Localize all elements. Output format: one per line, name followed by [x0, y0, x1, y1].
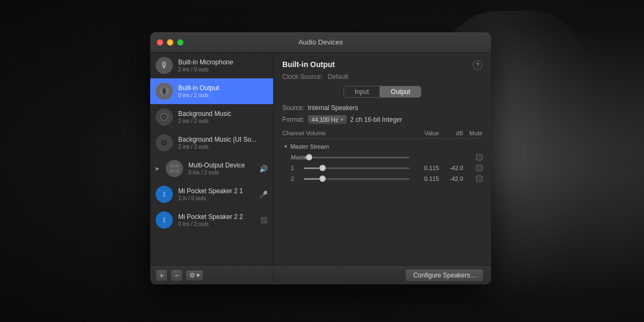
format-desc: 2 ch 16-bit Integer: [350, 116, 402, 123]
channel-mute-master: [463, 154, 482, 160]
device-info: Background Music (UI So... 2 ins / 2 out…: [178, 136, 268, 150]
multi-output-icon: [166, 160, 183, 177]
channel-slider-2[interactable]: [304, 175, 409, 182]
help-button[interactable]: ?: [473, 60, 482, 70]
input-output-tabs: Input Output: [282, 86, 482, 98]
gear-menu-button[interactable]: ⚙ ▾: [186, 270, 203, 281]
window-toolbar: + − ⚙ ▾ Configure Speakers...: [150, 265, 491, 284]
bluetooth-icon-1: ᛒ: [156, 186, 173, 203]
close-button[interactable]: [157, 39, 163, 46]
col-header-mute: Mute: [463, 130, 482, 136]
sidebar-item-multi-output[interactable]: ▶ Multi-Output Device 0 ins / 2 outs 🔊: [150, 156, 273, 181]
device-io: 0 ins / 2 outs: [178, 221, 255, 227]
svg-rect-12: [175, 169, 179, 173]
mic-icon: 🎙: [156, 57, 173, 74]
device-name: Built-in Microphone: [178, 58, 268, 66]
add-device-button[interactable]: +: [156, 269, 167, 281]
channel-slider-1[interactable]: [304, 164, 409, 172]
svg-point-2: [163, 89, 165, 94]
col-header-value: Value: [409, 130, 439, 136]
dropdown-arrow-icon: ▾: [341, 117, 343, 122]
title-bar: Audio Devices: [150, 32, 491, 53]
device-name: Built-in Output: [178, 84, 268, 92]
tab-input[interactable]: Input: [344, 86, 380, 97]
device-info: Mi Pocket Speaker 2 2 0 ins / 2 outs: [178, 213, 255, 227]
sidebar-item-pocket-speaker-1[interactable]: ᛒ Mi Pocket Speaker 2 1 1 in / 0 outs 🎤: [150, 181, 273, 207]
channel-value-2: 0.115: [409, 175, 439, 182]
channel-db-1: -42.0: [439, 165, 463, 171]
window-title: Audio Devices: [298, 38, 343, 46]
svg-point-8: [163, 142, 165, 144]
detail-title: Built-in Output: [282, 60, 335, 69]
audio-devices-window: Audio Devices 🎙 Built-in Microphone 2 in…: [150, 32, 491, 284]
sidebar-item-bg-music-ui[interactable]: Background Music (UI So... 2 ins / 2 out…: [150, 130, 273, 156]
sidebar-item-pocket-speaker-2[interactable]: ᛒ Mi Pocket Speaker 2 2 0 ins / 2 outs ⬛: [150, 207, 273, 233]
mute-checkbox-2[interactable]: [476, 175, 482, 182]
slider-track: [304, 157, 409, 158]
device-io: 0 ins / 2 outs: [178, 92, 268, 98]
svg-text:ᛒ: ᛒ: [163, 217, 166, 223]
format-value: 44,100 Hz: [311, 116, 338, 123]
master-slider[interactable]: [304, 153, 409, 161]
svg-text:ᛒ: ᛒ: [163, 191, 166, 197]
mute-checkbox-1[interactable]: [476, 165, 482, 171]
detail-panel: Built-in Output ? Clock Source: Default …: [274, 53, 491, 265]
slider-thumb: [319, 175, 326, 182]
output-icon: [156, 83, 173, 100]
sidebar-item-builtin-output[interactable]: Built-in Output 0 ins / 2 outs: [150, 78, 273, 104]
device-info: Built-in Output 0 ins / 2 outs: [178, 84, 268, 98]
stream-master: ▼ Master Stream Master: [282, 141, 482, 184]
slider-thumb: [319, 165, 326, 171]
source-label: Source:: [282, 104, 304, 112]
channel-label-1: 1: [282, 165, 304, 171]
gear-icon: ⚙: [189, 272, 195, 279]
format-dropdown[interactable]: 44,100 Hz ▾: [308, 115, 347, 125]
device-io: 0 ins / 2 outs: [188, 170, 254, 175]
gear-arrow-icon: ▾: [196, 272, 200, 279]
microphone-icon: 🎤: [259, 191, 268, 199]
channel-row-1: 1 0.115 -42.0: [282, 163, 482, 173]
minimize-button[interactable]: [167, 39, 173, 46]
device-name: Mi Pocket Speaker 2 1: [178, 187, 254, 195]
channel-value-1: 0.115: [409, 165, 439, 171]
detail-header: Built-in Output ?: [282, 60, 482, 70]
sidebar-item-builtin-mic[interactable]: 🎙 Built-in Microphone 2 ins / 0 outs: [150, 53, 273, 78]
device-io: 1 in / 0 outs: [178, 195, 254, 201]
mute-checkbox-master[interactable]: [476, 154, 482, 160]
play-indicator: ▶: [156, 166, 159, 171]
sidebar-toolbar: + − ⚙ ▾: [150, 269, 274, 281]
clock-source-label: Clock Source:: [282, 73, 323, 80]
device-name: Background Music: [178, 110, 268, 118]
channel-label-2: 2: [282, 175, 304, 182]
device-name: Background Music (UI So...: [178, 136, 268, 143]
stream-name: Master Stream: [290, 143, 329, 150]
channel-mute-2: [463, 175, 482, 182]
device-info: Built-in Microphone 2 ins / 0 outs: [178, 58, 268, 72]
slider-thumb: [306, 154, 312, 160]
configure-speakers-button[interactable]: Configure Speakers...: [405, 269, 484, 282]
tab-group: Input Output: [343, 86, 422, 98]
device-name: Mi Pocket Speaker 2 2: [178, 213, 255, 221]
bluetooth-icon-2: ᛒ: [156, 211, 173, 229]
device-name: Multi-Output Device: [188, 162, 254, 169]
device-io: 2 ins / 2 outs: [178, 144, 268, 150]
svg-rect-10: [175, 164, 179, 168]
bg-music-ui-icon: [156, 134, 173, 151]
stream-collapse-arrow: ▼: [283, 144, 288, 149]
content-area: 🎙 Built-in Microphone 2 ins / 0 outs Bui…: [150, 53, 491, 265]
channel-volume-table: Channel Volume Value dB Mute ▼ Master St…: [282, 130, 482, 184]
zoom-button[interactable]: [177, 39, 184, 46]
svg-rect-9: [170, 164, 174, 168]
sidebar-item-bg-music[interactable]: Background Music 2 ins / 2 outs: [150, 104, 273, 130]
speaker-icon: 🔊: [259, 165, 268, 173]
traffic-lights: [157, 39, 184, 46]
tab-output[interactable]: Output: [380, 86, 421, 97]
device-info: Mi Pocket Speaker 2 1 1 in / 0 outs: [178, 187, 254, 201]
channel-row-master: Master: [282, 152, 482, 163]
device-list: 🎙 Built-in Microphone 2 ins / 0 outs Bui…: [150, 53, 274, 265]
stream-title: ▼ Master Stream: [282, 141, 482, 152]
col-header-db: dB: [439, 130, 463, 136]
device-info: Background Music 2 ins / 2 outs: [178, 110, 268, 124]
channel-row-2: 2 0.115 -42.0: [282, 173, 482, 184]
remove-device-button[interactable]: −: [171, 269, 182, 281]
